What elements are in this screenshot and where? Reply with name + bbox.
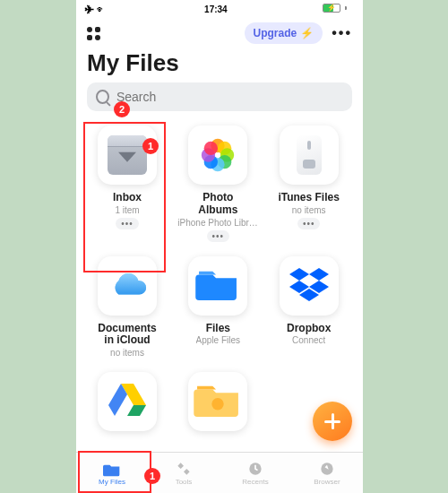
folder-icon: [188, 372, 247, 431]
add-button[interactable]: [313, 402, 352, 441]
airplane-wifi-icons: ✈ ᯤ: [85, 4, 106, 14]
status-bar: ✈ ᯤ 17:34 ⚡: [76, 0, 363, 17]
tile-more-icon[interactable]: •••: [116, 218, 139, 229]
svg-point-16: [212, 398, 224, 410]
tile-more-icon[interactable]: •••: [297, 218, 321, 229]
folder-tile-files[interactable]: FilesApple Files: [176, 251, 260, 360]
svg-marker-8: [289, 268, 309, 281]
status-time: 17:34: [204, 4, 228, 14]
svg-marker-9: [309, 268, 329, 281]
folder-tile-itunes[interactable]: iTunes Filesno items•••: [267, 120, 351, 244]
tile-title: Files: [206, 323, 230, 335]
more-icon[interactable]: •••: [332, 25, 352, 41]
tile-title: PhotoAlbums: [198, 192, 237, 217]
tile-subtitle: iPhone Photo Libra…: [177, 218, 258, 228]
svg-point-18: [321, 463, 332, 474]
folder-tile-dropbox[interactable]: DropboxConnect: [267, 251, 351, 360]
tile-more-icon[interactable]: •••: [207, 230, 230, 242]
plus-icon: [324, 413, 340, 429]
itunes-icon: [280, 125, 339, 185]
search-icon: [96, 90, 109, 104]
files-icon: [188, 256, 247, 316]
folder-tile-folder[interactable]: [176, 367, 260, 440]
drive-icon: [98, 372, 157, 431]
tile-title: Dropbox: [287, 323, 331, 335]
tile-title: Inbox: [113, 192, 142, 204]
tile-title: Documentsin iCloud: [98, 323, 156, 348]
folder-tile-inbox[interactable]: Inbox1 item•••: [85, 120, 169, 244]
page-title: My Files: [87, 49, 352, 77]
tab-tools[interactable]: Tools: [148, 453, 220, 493]
battery-icon: ⚡: [323, 4, 350, 13]
dropbox-icon: [280, 256, 339, 316]
tile-subtitle: 1 item: [115, 205, 139, 215]
tab-my-files[interactable]: My Files: [76, 453, 148, 493]
tile-subtitle: Apple Files: [196, 335, 240, 345]
upgrade-label: Upgrade: [254, 27, 297, 39]
search-input[interactable]: [115, 89, 343, 105]
tile-subtitle: no items: [292, 205, 326, 215]
tile-subtitle: Connect: [292, 335, 325, 345]
tab-recents[interactable]: Recents: [220, 453, 291, 493]
folders-grid: Inbox1 item••• PhotoAlbumsiPhone Photo L…: [85, 120, 354, 440]
cloud-icon: [98, 256, 157, 316]
tab-label: Tools: [176, 478, 193, 486]
tile-title: iTunes Files: [278, 192, 339, 204]
svg-marker-14: [127, 405, 146, 416]
bolt-icon: ⚡: [300, 27, 314, 39]
tile-subtitle: no items: [110, 348, 144, 358]
upgrade-button[interactable]: Upgrade ⚡: [245, 22, 323, 44]
app-menu-icon[interactable]: [87, 27, 100, 40]
tab-label: Browser: [314, 478, 340, 486]
tab-label: Recents: [242, 478, 268, 486]
folder-tile-cloud[interactable]: Documentsin iCloudno items: [85, 251, 169, 360]
photos-icon: [188, 125, 247, 185]
folder-tile-drive[interactable]: [85, 367, 169, 440]
tab-label: My Files: [99, 478, 125, 486]
folder-tile-photos[interactable]: PhotoAlbumsiPhone Photo Libra…•••: [176, 120, 260, 244]
svg-point-7: [204, 142, 218, 155]
tab-bar: My FilesToolsRecentsBrowser: [76, 452, 363, 493]
search-field[interactable]: [87, 82, 352, 111]
inbox-icon: [98, 125, 157, 185]
tab-browser[interactable]: Browser: [291, 453, 363, 493]
